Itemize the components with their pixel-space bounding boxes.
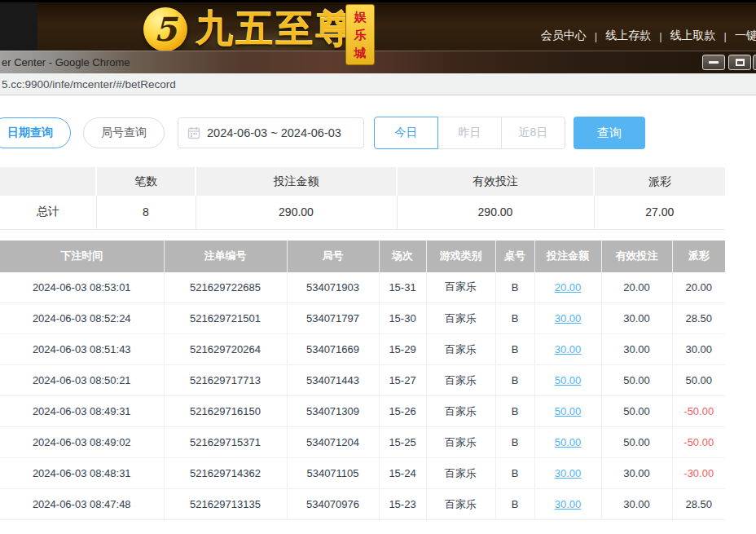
quick-range-group: 今日 昨日 近8日 (374, 117, 565, 149)
nav-member-center[interactable]: 会员中心 (541, 29, 587, 43)
window-title: er Center - Google Chrome (2, 56, 130, 68)
cell-session: 15-25 (379, 427, 426, 458)
cell-bet-amount[interactable]: 30.00 (534, 489, 601, 520)
cell-valid-bet: 50.00 (601, 365, 672, 396)
casino-header: 5 九五至尊 会员中心 | 线上存款 | 线上取款 | 一键回 (0, 0, 756, 51)
cell-round-id: 534071204 (287, 427, 379, 458)
badge-char: 城 (354, 46, 367, 59)
cell-bet-id: 521629713135 (164, 489, 287, 520)
cell-table-no: B (495, 489, 534, 520)
cell-round-id: 534071669 (287, 334, 379, 365)
cell-bet-amount[interactable]: 30.00 (534, 334, 601, 365)
cell-round-id: 534071797 (287, 303, 379, 334)
cell-payout: 20.00 (672, 272, 725, 303)
cell-valid-bet: 50.00 (601, 427, 672, 458)
cell-bet-time: 2024-06-03 08:49:02 (0, 427, 164, 458)
bet-record-table: 下注时间 注单编号 局号 场次 游戏类别 桌号 投注金额 有效投注 派彩 202… (0, 241, 725, 521)
maximize-icon (736, 59, 745, 66)
cell-bet-id: 521629722685 (164, 272, 287, 303)
col-session: 场次 (379, 241, 426, 272)
cell-round-id: 534071443 (287, 365, 379, 396)
cell-bet-time: 2024-06-03 08:53:01 (0, 272, 164, 303)
cell-session: 15-27 (379, 365, 426, 396)
cell-table-no: B (495, 272, 534, 303)
cell-bet-amount[interactable]: 50.00 (534, 427, 601, 458)
cell-bet-id: 521629715371 (164, 427, 287, 458)
browser-titlebar: er Center - Google Chrome (0, 51, 756, 73)
bet-table-body: 2024-06-03 08:53:01521629722685534071903… (0, 272, 725, 520)
cell-bet-amount[interactable]: 50.00 (534, 396, 601, 427)
cell-session: 15-26 (379, 396, 426, 427)
cell-game-type: 百家乐 (426, 458, 495, 489)
cell-table-no: B (495, 303, 534, 334)
cell-bet-id: 521629721501 (164, 303, 287, 334)
nav-one-click[interactable]: 一键回 (735, 29, 756, 43)
summary-table: 笔数 投注金额 有效投注 派彩 总计 8 290.00 290.00 27.00 (0, 167, 725, 230)
tab-date-query[interactable]: 日期查询 (0, 117, 71, 148)
cell-table-no: B (495, 458, 534, 489)
cell-payout: 28.50 (672, 303, 725, 334)
cell-game-type: 百家乐 (426, 272, 495, 303)
cell-table-no: B (495, 365, 534, 396)
table-row: 2024-06-03 08:50:21521629717713534071443… (0, 365, 725, 396)
filter-toolbar: 日期查询 局号查询 2024-06-03 ~ 2024-06-03 今日 昨日 (0, 117, 756, 149)
cell-table-no: B (495, 396, 534, 427)
screen: 5 九五至尊 会员中心 | 线上存款 | 线上取款 | 一键回 娱 乐 城 er… (0, 0, 756, 534)
nav-separator: | (659, 30, 662, 42)
summary-header-valid-bet: 有效投注 (397, 167, 594, 196)
cell-bet-time: 2024-06-03 08:48:31 (0, 458, 164, 489)
left-black-strip (0, 2, 37, 53)
cell-payout: -50.00 (672, 427, 725, 458)
cell-game-type: 百家乐 (426, 365, 495, 396)
logo-number: 5 (154, 10, 177, 48)
cell-bet-amount[interactable]: 30.00 (534, 303, 601, 334)
table-row: 2024-06-03 08:53:01521629722685534071903… (0, 272, 725, 303)
cell-bet-amount[interactable]: 20.00 (534, 272, 601, 303)
bet-table-header-row: 下注时间 注单编号 局号 场次 游戏类别 桌号 投注金额 有效投注 派彩 (0, 241, 725, 272)
cell-session: 15-24 (379, 458, 426, 489)
summary-payout: 27.00 (594, 196, 725, 229)
date-range-input[interactable]: 2024-06-03 ~ 2024-06-03 (178, 117, 364, 148)
nav-online-deposit[interactable]: 线上存款 (605, 29, 651, 43)
table-row: 2024-06-03 08:52:24521629721501534071797… (0, 303, 725, 334)
table-row: 2024-06-03 08:51:43521629720264534071669… (0, 334, 725, 365)
nav-online-withdraw[interactable]: 线上取款 (670, 29, 716, 43)
cell-round-id: 534070976 (287, 489, 379, 520)
maximize-button[interactable] (728, 55, 751, 70)
col-payout: 派彩 (672, 241, 725, 272)
table-row: 2024-06-03 08:47:48521629713135534070976… (0, 489, 725, 520)
table-row: 2024-06-03 08:48:31521629714362534071105… (0, 458, 725, 489)
cell-table-no: B (495, 427, 534, 458)
quick-last8days-button[interactable]: 近8日 (501, 117, 565, 149)
summary-total-row: 总计 8 290.00 290.00 27.00 (0, 196, 725, 229)
top-nav: 会员中心 | 线上存款 | 线上取款 | 一键回 (541, 29, 756, 43)
cell-valid-bet: 20.00 (601, 272, 672, 303)
cell-bet-time: 2024-06-03 08:51:43 (0, 334, 164, 365)
col-game-type: 游戏类别 (426, 241, 495, 272)
cell-payout: 30.00 (672, 334, 725, 365)
close-button[interactable] (753, 55, 756, 70)
cell-table-no: B (495, 334, 534, 365)
table-row: 2024-06-03 08:49:31521629716150534071309… (0, 396, 725, 427)
nav-separator: | (724, 30, 727, 42)
calendar-icon (187, 126, 200, 139)
quick-yesterday-button[interactable]: 昨日 (437, 117, 502, 149)
summary-header-row: 笔数 投注金额 有效投注 派彩 (0, 167, 725, 196)
cell-game-type: 百家乐 (426, 334, 495, 365)
browser-urlbar[interactable]: 5.cc:9900/infe/mcenter/#/betRecord (0, 73, 756, 95)
col-table-no: 桌号 (495, 241, 534, 272)
date-range-value: 2024-06-03 ~ 2024-06-03 (207, 126, 341, 139)
col-bet-time: 下注时间 (0, 241, 164, 272)
search-button[interactable]: 查询 (574, 117, 645, 149)
cell-payout: -30.00 (672, 458, 725, 489)
cell-bet-amount[interactable]: 30.00 (534, 458, 601, 489)
badge-char: 乐 (354, 29, 367, 41)
summary-total-label: 总计 (0, 196, 96, 229)
quick-today-button[interactable]: 今日 (374, 117, 438, 149)
url-text: 5.cc:9900/infe/mcenter/#/betRecord (0, 78, 176, 90)
cell-bet-amount[interactable]: 50.00 (534, 365, 601, 396)
cell-valid-bet: 30.00 (601, 303, 672, 334)
tab-round-query[interactable]: 局号查询 (83, 117, 165, 148)
minimize-button[interactable] (702, 55, 725, 70)
summary-header-payout: 派彩 (594, 167, 725, 196)
